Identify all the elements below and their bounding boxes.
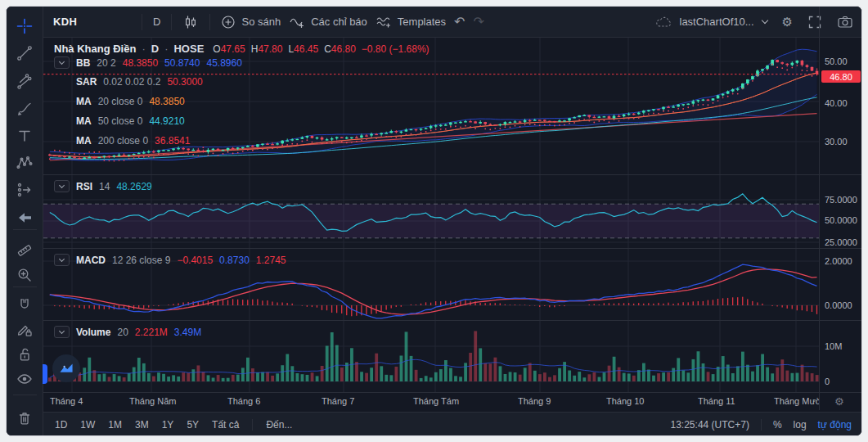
magnet-mode-tool[interactable]: [16, 296, 34, 314]
hide-all-eye-tool[interactable]: [16, 370, 34, 388]
layout-name-button[interactable]: lastChartOf10...: [680, 16, 754, 28]
pane-separator[interactable]: [43, 248, 862, 249]
drawing-lock-tool[interactable]: [16, 321, 34, 339]
log-scale-button[interactable]: log: [794, 419, 807, 431]
price-tick: 40.00: [825, 98, 848, 108]
remove-drawings-trash[interactable]: [16, 409, 34, 427]
interval-button[interactable]: D: [153, 16, 160, 28]
price-axis-separator: [819, 7, 820, 410]
collapse-volume-button[interactable]: [54, 326, 70, 338]
indicators-icon: [289, 15, 305, 29]
candlestick-icon: [182, 14, 199, 30]
sidebar-divider: [13, 395, 37, 395]
app-frame: KDH D So sánh: [0, 0, 868, 442]
range-5y[interactable]: 5Y: [187, 419, 199, 431]
indicator-row-macd[interactable]: MACD 12 26 close 9 −0.4015 0.8730 1.2745: [54, 254, 286, 266]
indicator-row-volume[interactable]: Volume 20 2.221M 3.49M: [54, 326, 201, 338]
range-3m[interactable]: 3M: [135, 419, 149, 431]
templates-button[interactable]: Templates: [376, 15, 446, 29]
toolbar-divider: [171, 14, 172, 30]
month-label: Tháng 7: [322, 396, 354, 406]
chevron-down-icon[interactable]: [761, 17, 767, 24]
templates-icon: [376, 15, 392, 29]
indicator-row-rsi[interactable]: RSI 14 48.2629: [54, 180, 152, 192]
trend-line-tool[interactable]: [16, 44, 34, 62]
price-tick: 30.00: [825, 137, 848, 147]
percent-scale-button[interactable]: %: [773, 419, 782, 431]
ohlc-values: O47.65 H47.80 L46.45 C46.80 −0.80 (−1.68…: [213, 43, 429, 55]
range-1y[interactable]: 1Y: [162, 419, 174, 431]
collapse-rsi-button[interactable]: [54, 180, 70, 192]
indicator-row-ma200[interactable]: MA 200 close 0 36.8541: [76, 135, 190, 147]
range-1w[interactable]: 1W: [80, 419, 95, 431]
compare-button[interactable]: So sánh: [221, 15, 281, 29]
legend-exchange: HOSE: [173, 43, 204, 55]
settings-gear-icon[interactable]: ⚙: [782, 15, 793, 29]
object-tree-handle[interactable]: [43, 364, 47, 384]
time-axis[interactable]: Tháng 4 Tháng Năm Tháng 6 Tháng 7 Tháng …: [43, 392, 819, 412]
measure-ruler-tool[interactable]: [16, 241, 34, 259]
volume-tick: 0: [825, 377, 830, 386]
crosshair-tool[interactable]: [16, 17, 34, 35]
month-label: Tháng Mườ: [774, 396, 819, 406]
sidebar-divider: [13, 229, 37, 230]
last-price-badge: 46.80: [821, 70, 861, 83]
drawing-toolbar: [7, 7, 43, 436]
brush-tool[interactable]: [16, 99, 34, 117]
collapse-macd-button[interactable]: [54, 254, 70, 266]
gann-fib-tool[interactable]: [16, 72, 34, 90]
chart-style-button[interactable]: [182, 14, 199, 30]
month-label: Tháng 9: [518, 396, 551, 406]
indicators-button[interactable]: Các chỉ báo: [289, 15, 367, 29]
xabcd-pattern-tool[interactable]: [16, 154, 34, 172]
broker-logo: [52, 354, 80, 382]
hide-drawings-arrow[interactable]: [16, 209, 34, 227]
pane-separator[interactable]: [43, 174, 862, 175]
zoom-in-tool[interactable]: [16, 266, 34, 284]
pane-separator[interactable]: [43, 320, 862, 321]
compare-plus-icon: [221, 15, 236, 29]
month-label: Tháng Năm: [129, 396, 176, 406]
cloud-save-button[interactable]: [655, 16, 672, 29]
toolbar-divider: [209, 14, 210, 30]
symbol-legend[interactable]: Nhà Khang Điền · D · HOSE O47.65 H47.80 …: [54, 43, 430, 55]
forecast-tool[interactable]: [16, 181, 34, 199]
month-label: Tháng 10: [606, 396, 644, 406]
indicator-row-bb[interactable]: BB 20 2 48.3850 50.8740 45.8960: [54, 56, 242, 69]
month-label: Tháng Tám: [413, 396, 459, 406]
range-1m[interactable]: 1M: [108, 419, 122, 431]
indicator-row-ma50[interactable]: MA 50 close 0 44.9210: [76, 115, 185, 127]
unlock-tool[interactable]: [16, 345, 34, 363]
bottom-toolbar: 1D 1W 1M 3M 1Y 5Y Tất cả Đến... 13:25:44…: [43, 412, 862, 436]
macd-tick: 0.0000: [825, 300, 852, 310]
price-tick: 50.00: [825, 56, 848, 66]
month-label: Tháng 4: [50, 396, 83, 406]
indicator-row-sar[interactable]: SAR 0.02 0.02 0.2 50.3000: [76, 76, 203, 88]
toolbar-divider: [142, 14, 142, 30]
redo-button[interactable]: ↷: [473, 14, 483, 29]
fullscreen-icon: [807, 15, 822, 29]
clock[interactable]: 13:25:44 (UTC+7): [671, 419, 749, 431]
collapse-indicators-button[interactable]: [54, 56, 70, 69]
chart-widget-panel: KDH D So sánh: [6, 6, 862, 436]
text-tool[interactable]: [16, 127, 34, 145]
fullscreen-button[interactable]: [807, 15, 822, 29]
range-all[interactable]: Tất cả: [212, 419, 239, 431]
symbol-title: Nhà Khang Điền: [54, 43, 136, 55]
volume-tick: 10M: [825, 341, 842, 351]
macd-tick: 2.0000: [825, 256, 852, 266]
camera-icon: [837, 15, 853, 29]
time-axis-settings-gear-icon[interactable]: ⚙: [834, 395, 844, 408]
chart-logo-icon: [57, 359, 75, 377]
snapshot-button[interactable]: [837, 15, 853, 29]
auto-scale-button[interactable]: tự động: [818, 419, 852, 431]
indicator-row-ma20[interactable]: MA 20 close 0 48.3850: [76, 96, 185, 107]
rsi-tick: 75.0000: [825, 195, 857, 205]
goto-date-button[interactable]: Đến...: [266, 419, 292, 431]
range-1d[interactable]: 1D: [55, 419, 67, 431]
rsi-pane-canvas[interactable]: [43, 174, 819, 248]
bottom-divider: [252, 419, 253, 431]
sidebar-divider: [13, 286, 37, 287]
undo-button[interactable]: ↶: [454, 14, 465, 29]
symbol-button[interactable]: KDH: [53, 16, 77, 28]
